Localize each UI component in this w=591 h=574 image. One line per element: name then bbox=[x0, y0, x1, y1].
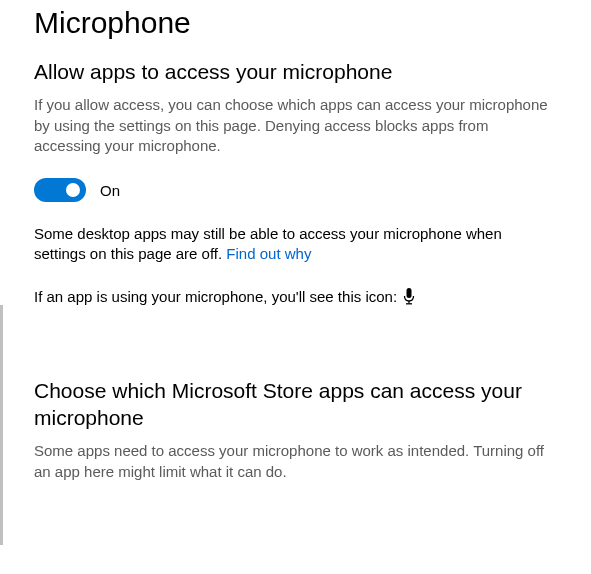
toggle-knob bbox=[66, 183, 80, 197]
desktop-apps-note: Some desktop apps may still be able to a… bbox=[34, 224, 557, 265]
toggle-state-label: On bbox=[100, 182, 120, 199]
icon-in-use-note: If an app is using your microphone, you'… bbox=[34, 287, 557, 307]
scroll-indicator[interactable] bbox=[0, 305, 3, 545]
find-out-why-link[interactable]: Find out why bbox=[226, 245, 311, 262]
section-choose-description: Some apps need to access your microphone… bbox=[34, 441, 557, 482]
svg-rect-0 bbox=[407, 288, 412, 298]
section-allow-heading: Allow apps to access your microphone bbox=[34, 58, 557, 85]
allow-toggle-row: On bbox=[34, 178, 557, 202]
allow-access-toggle[interactable] bbox=[34, 178, 86, 202]
icon-note-text: If an app is using your microphone, you'… bbox=[34, 287, 397, 307]
page-title: Microphone bbox=[34, 6, 557, 40]
section-choose-heading: Choose which Microsoft Store apps can ac… bbox=[34, 377, 557, 432]
section-allow-description: If you allow access, you can choose whic… bbox=[34, 95, 557, 156]
microphone-icon bbox=[403, 288, 415, 305]
